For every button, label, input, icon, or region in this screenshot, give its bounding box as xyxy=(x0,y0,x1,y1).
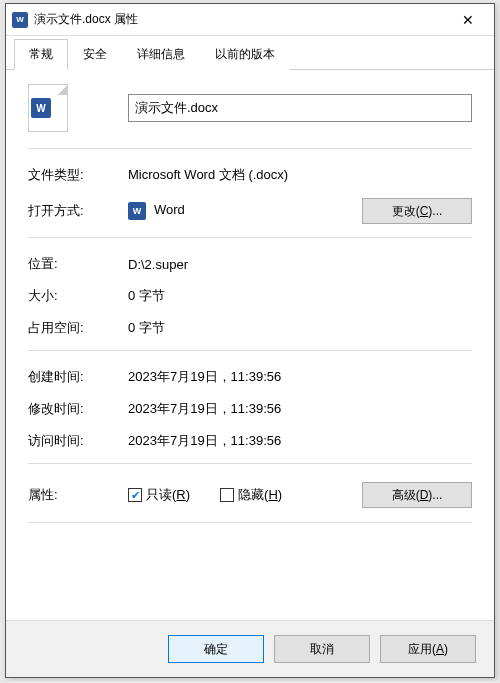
label-accessed: 访问时间: xyxy=(28,432,128,450)
word-badge-icon: W xyxy=(31,98,51,118)
separator xyxy=(28,522,472,523)
tab-general[interactable]: 常规 xyxy=(14,39,68,70)
properties-dialog: W 演示文件.docx 属性 ✕ 常规 安全 详细信息 以前的版本 W 文件类型… xyxy=(5,3,495,678)
label-location: 位置: xyxy=(28,255,128,273)
tab-content-general: W 文件类型: Microsoft Word 文档 (.docx) 打开方式: … xyxy=(6,70,494,620)
row-openwith: 打开方式: WWord 更改(C)... xyxy=(28,191,472,231)
row-location: 位置: D:\2.super xyxy=(28,248,472,280)
row-modified: 修改时间: 2023年7月19日，11:39:56 xyxy=(28,393,472,425)
value-accessed: 2023年7月19日，11:39:56 xyxy=(128,432,472,450)
value-openwith: WWord xyxy=(128,202,362,220)
word-doc-icon: W xyxy=(12,12,28,28)
tab-security[interactable]: 安全 xyxy=(68,39,122,70)
document-icon: W xyxy=(28,84,68,132)
value-size: 0 字节 xyxy=(128,287,472,305)
titlebar: W 演示文件.docx 属性 ✕ xyxy=(6,4,494,36)
cancel-button[interactable]: 取消 xyxy=(274,635,370,663)
apply-button[interactable]: 应用(A) xyxy=(380,635,476,663)
tab-strip: 常规 安全 详细信息 以前的版本 xyxy=(6,36,494,70)
separator xyxy=(28,463,472,464)
label-modified: 修改时间: xyxy=(28,400,128,418)
value-sizeondisk: 0 字节 xyxy=(128,319,472,337)
tab-details[interactable]: 详细信息 xyxy=(122,39,200,70)
close-button[interactable]: ✕ xyxy=(448,6,488,34)
separator xyxy=(28,350,472,351)
dialog-footer: 确定 取消 应用(A) xyxy=(6,620,494,677)
change-button[interactable]: 更改(C)... xyxy=(362,198,472,224)
readonly-checkbox[interactable]: 只读(R) xyxy=(128,486,190,504)
filename-input[interactable] xyxy=(128,94,472,122)
advanced-button[interactable]: 高级(D)... xyxy=(362,482,472,508)
checkbox-icon xyxy=(220,488,234,502)
word-app-icon: W xyxy=(128,202,146,220)
hidden-label: 隐藏(H) xyxy=(238,486,282,504)
window-title: 演示文件.docx 属性 xyxy=(34,11,448,28)
value-created: 2023年7月19日，11:39:56 xyxy=(128,368,472,386)
label-attributes: 属性: xyxy=(28,486,128,504)
value-filetype: Microsoft Word 文档 (.docx) xyxy=(128,166,472,184)
row-attributes: 属性: 只读(R) 隐藏(H) 高级(D)... xyxy=(28,474,472,516)
label-sizeondisk: 占用空间: xyxy=(28,319,128,337)
row-filetype: 文件类型: Microsoft Word 文档 (.docx) xyxy=(28,159,472,191)
value-modified: 2023年7月19日，11:39:56 xyxy=(128,400,472,418)
row-size: 大小: 0 字节 xyxy=(28,280,472,312)
row-accessed: 访问时间: 2023年7月19日，11:39:56 xyxy=(28,425,472,457)
ok-button[interactable]: 确定 xyxy=(168,635,264,663)
label-filetype: 文件类型: xyxy=(28,166,128,184)
row-created: 创建时间: 2023年7月19日，11:39:56 xyxy=(28,361,472,393)
separator xyxy=(28,148,472,149)
separator xyxy=(28,237,472,238)
label-created: 创建时间: xyxy=(28,368,128,386)
row-sizeondisk: 占用空间: 0 字节 xyxy=(28,312,472,344)
hidden-checkbox[interactable]: 隐藏(H) xyxy=(220,486,282,504)
label-openwith: 打开方式: xyxy=(28,202,128,220)
tab-previous-versions[interactable]: 以前的版本 xyxy=(200,39,290,70)
value-location: D:\2.super xyxy=(128,257,472,272)
checkbox-icon xyxy=(128,488,142,502)
readonly-label: 只读(R) xyxy=(146,486,190,504)
label-size: 大小: xyxy=(28,287,128,305)
file-header-row: W xyxy=(28,84,472,132)
openwith-app-name: Word xyxy=(154,202,185,217)
